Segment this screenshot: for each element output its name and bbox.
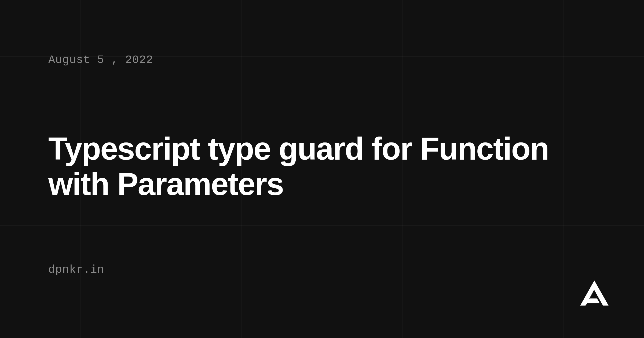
site-domain: dpnkr.in bbox=[48, 263, 596, 276]
site-logo-icon bbox=[580, 279, 609, 308]
post-date: August 5 , 2022 bbox=[48, 54, 596, 67]
content-container: August 5 , 2022 Typescript type guard fo… bbox=[0, 0, 644, 338]
post-title: Typescript type guard for Function with … bbox=[48, 131, 596, 202]
